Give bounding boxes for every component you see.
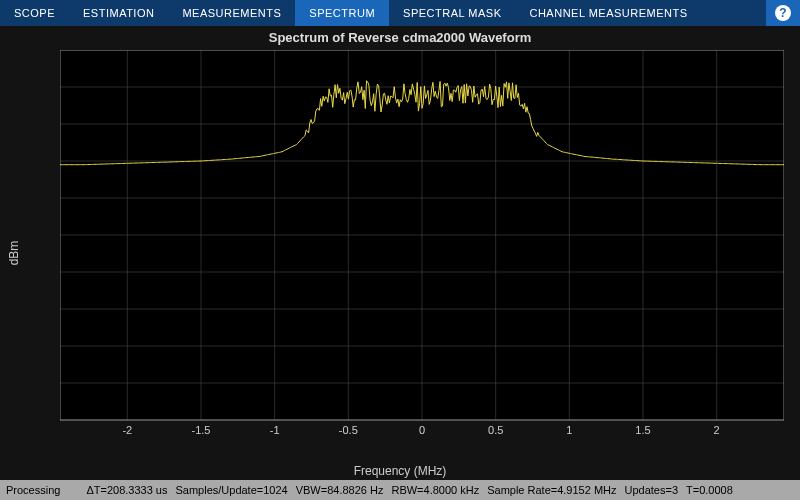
chart-title: Spectrum of Reverse cdma2000 Waveform [0,30,800,45]
svg-text:-1: -1 [270,424,280,436]
status-item: RBW=4.8000 kHz [391,484,479,496]
tab-spectral-mask[interactable]: SPECTRAL MASK [389,0,515,26]
svg-text:1: 1 [566,424,572,436]
status-item: Updates=3 [625,484,679,496]
svg-text:-1.5: -1.5 [192,424,211,436]
status-bar: ProcessingΔT=208.3333 usSamples/Update=1… [0,480,800,500]
status-item: T=0.0008 [686,484,733,496]
tab-estimation[interactable]: ESTIMATION [69,0,168,26]
svg-text:0.5: 0.5 [488,424,503,436]
status-item: VBW=84.8826 Hz [296,484,384,496]
svg-text:2: 2 [714,424,720,436]
tab-scope[interactable]: SCOPE [0,0,69,26]
chart-area: Spectrum of Reverse cdma2000 Waveform dB… [0,26,800,480]
svg-text:-2: -2 [122,424,132,436]
y-axis-label: dBm [7,241,21,266]
svg-text:-0.5: -0.5 [339,424,358,436]
status-item: ΔT=208.3333 us [86,484,167,496]
svg-text:0: 0 [419,424,425,436]
tab-spectrum[interactable]: SPECTRUM [295,0,389,26]
status-item: Samples/Update=1024 [175,484,287,496]
tab-measurements[interactable]: MEASUREMENTS [168,0,295,26]
toolbar: SCOPEESTIMATIONMEASUREMENTSSPECTRUMSPECT… [0,0,800,26]
help-icon: ? [775,5,791,21]
help-button[interactable]: ? [766,0,800,26]
svg-text:1.5: 1.5 [635,424,650,436]
status-item: Sample Rate=4.9152 MHz [487,484,616,496]
tab-channel-measurements[interactable]: CHANNEL MEASUREMENTS [515,0,701,26]
spectrum-plot: -160-140-120-100-80-60-40-2002040-2-1.5-… [60,50,784,450]
x-axis-label: Frequency (MHz) [0,464,800,478]
status-processing: Processing [6,484,60,496]
